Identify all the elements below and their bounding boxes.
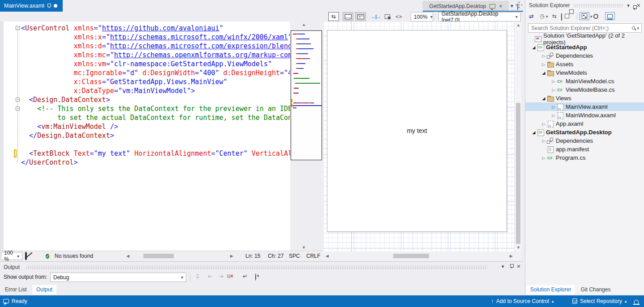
- feedback-button[interactable]: Ready: [3, 295, 27, 307]
- split-orientation-button[interactable]: ←|→: [370, 12, 381, 21]
- jump-to-output-icon[interactable]: ↧: [195, 273, 200, 280]
- code-line[interactable]: mc:Ignorable="d" d:DesignWidth="400" d:D…: [21, 68, 290, 77]
- scrollbar-minimap[interactable]: [291, 30, 322, 160]
- code-line[interactable]: xmlns:vm="clr-namespace:GetStartedApp.Vi…: [21, 60, 290, 68]
- expander-icon[interactable]: ▷: [550, 113, 557, 118]
- window-position-icon[interactable]: ▾: [502, 264, 504, 269]
- expander-icon[interactable]: ◢: [541, 71, 547, 75]
- expander-icon[interactable]: ▷: [550, 88, 557, 92]
- pane-drag-texture[interactable]: [26, 265, 487, 269]
- expander-icon[interactable]: ◢: [531, 45, 537, 50]
- panel-tab[interactable]: Git Changes: [577, 285, 615, 294]
- expander-icon[interactable]: ▷: [550, 79, 557, 84]
- scroll-down-icon[interactable]: ▼: [516, 245, 520, 250]
- tree-item[interactable]: app.manifest: [525, 145, 644, 154]
- sync-with-active-document-icon[interactable]: ⇆: [552, 13, 557, 19]
- preview-zoom-select[interactable]: 100% ▾: [411, 12, 433, 21]
- fold-collapse-icon[interactable]: [16, 98, 20, 102]
- code-line[interactable]: x:Class="GetStartedApp.Views.MainView": [21, 77, 290, 86]
- tab-getstartedapp-desktop[interactable]: GetStartedApp.Desktop ×: [423, 1, 509, 11]
- output-source-select[interactable]: Debug ▾: [50, 273, 186, 282]
- code-view-button[interactable]: <>: [394, 12, 404, 21]
- spaces-indicator[interactable]: SPC: [289, 253, 300, 259]
- scroll-left-icon[interactable]: ◀: [126, 254, 129, 258]
- expander-icon[interactable]: ▷: [541, 62, 547, 67]
- expander-icon[interactable]: ▷: [541, 156, 547, 160]
- chevron-down-icon[interactable]: ▾: [511, 3, 513, 9]
- tab-mainview-axaml[interactable]: MainView.axaml: [0, 0, 63, 12]
- close-icon[interactable]: ×: [499, 3, 502, 9]
- tree-item[interactable]: ◢ ViewModels: [525, 68, 644, 77]
- tree-item[interactable]: ▷ App.axaml: [525, 119, 644, 128]
- select-repository-button[interactable]: Select Repository ▴: [572, 295, 627, 307]
- next-message-icon[interactable]: ⇥: [219, 273, 223, 280]
- editor-zoom-select[interactable]: 100 % ▾: [1, 252, 22, 260]
- notifications-button[interactable]: [634, 295, 639, 307]
- tree-item[interactable]: ▷ Program.cs: [525, 154, 644, 162]
- collapse-all-icon[interactable]: [561, 14, 562, 20]
- window-position-icon[interactable]: ▾: [627, 3, 630, 9]
- chevron-down-icon[interactable]: ▾: [637, 26, 639, 30]
- gear-icon[interactable]: [517, 4, 518, 10]
- interaction-disabled-icon[interactable]: [25, 253, 27, 259]
- pending-changes-filter-icon[interactable]: ◷: [540, 13, 544, 19]
- scrollbar-thumb[interactable]: [143, 254, 174, 258]
- scroll-up-icon[interactable]: ▲: [516, 23, 520, 27]
- vertical-split-button[interactable]: [355, 12, 366, 21]
- issues-status[interactable]: No issues found: [55, 253, 93, 259]
- expander-icon[interactable]: ◢: [531, 130, 537, 135]
- fold-collapse-icon[interactable]: [16, 26, 20, 30]
- code-line[interactable]: </Design.DataContext>: [21, 131, 290, 140]
- code-line[interactable]: xmlns:mc="http://schemas.openxmlformats.…: [21, 51, 290, 60]
- panel-tab[interactable]: Solution Explorer: [526, 285, 575, 294]
- code-line[interactable]: <vm:MainViewModel />: [21, 122, 290, 131]
- tree-item[interactable]: ◢ GetStartedApp.Desktop: [525, 128, 644, 136]
- tree-item[interactable]: ▷ MainView.axaml: [525, 102, 644, 111]
- tree-item[interactable]: ▷ Dependencies: [525, 136, 644, 145]
- scroll-up-icon[interactable]: ▲: [302, 22, 306, 27]
- expander-icon[interactable]: ▷: [541, 122, 547, 126]
- tree-item[interactable]: ▷ ViewModelBase.cs: [525, 85, 644, 94]
- scrollbar-thumb[interactable]: [393, 254, 429, 258]
- expander-icon[interactable]: ◢: [541, 96, 547, 101]
- line-indicator[interactable]: Ln: 15: [245, 253, 260, 259]
- expander-icon[interactable]: ▷: [541, 54, 547, 58]
- code-line[interactable]: x:DataType="vm:MainViewModel">: [21, 86, 290, 95]
- add-to-source-control-button[interactable]: ↑ Add to Source Control ▴: [491, 295, 554, 307]
- code-line[interactable]: <!-- This only sets the DataContext for …: [21, 104, 290, 113]
- tree-item[interactable]: ▷ Assets: [525, 60, 644, 68]
- code-line[interactable]: xmlns:d="http://schemas.microsoft.com/ex…: [21, 42, 290, 51]
- search-icon[interactable]: [632, 26, 635, 30]
- scroll-left-icon[interactable]: ◀: [326, 254, 329, 258]
- timestamp-icon[interactable]: [255, 274, 256, 280]
- column-indicator[interactable]: Ch: 27: [268, 253, 283, 259]
- code-line[interactable]: <TextBlock Text="my text" HorizontalAlig…: [21, 149, 290, 158]
- tree-item[interactable]: ▷ MainWindow.axaml: [525, 111, 644, 119]
- switch-views-icon[interactable]: ⇄: [529, 13, 534, 20]
- scrollbar-thumb[interactable]: [516, 103, 520, 244]
- code-line[interactable]: xmlns:x="http://schemas.microsoft.com/wi…: [21, 33, 290, 42]
- close-icon[interactable]: ×: [517, 263, 520, 270]
- scroll-right-icon[interactable]: ▶: [230, 254, 233, 258]
- expander-icon[interactable]: ▷: [550, 105, 557, 109]
- chevron-down-icon[interactable]: ▾: [546, 14, 548, 19]
- editor-scrollbar-strip[interactable]: ▲ ▼: [290, 21, 323, 251]
- chevron-down-icon[interactable]: ▾: [590, 14, 592, 19]
- pane-tab[interactable]: Output: [32, 285, 56, 294]
- tree-item[interactable]: ◢ Views: [525, 94, 644, 102]
- preview-vertical-scrollbar[interactable]: ▲ ▼: [514, 21, 521, 252]
- tree-item[interactable]: Solution 'GetStartedApp' (2 of 2 project…: [525, 34, 644, 43]
- previous-message-icon[interactable]: ⇤: [208, 273, 213, 280]
- word-wrap-icon[interactable]: ↵: [243, 273, 248, 280]
- scroll-down-icon[interactable]: ▼: [302, 245, 306, 250]
- show-all-files-toggle[interactable]: [580, 12, 589, 20]
- code-line[interactable]: <UserControl xmlns="https://github.com/a…: [21, 24, 290, 33]
- target-framework-select[interactable]: GetStartedApp.Desktop [net7.0] ▾: [438, 12, 521, 21]
- pin-icon[interactable]: [47, 4, 51, 8]
- code-editor[interactable]: <UserControl xmlns="https://github.com/a…: [4, 21, 290, 251]
- pane-drag-texture[interactable]: [573, 4, 623, 7]
- search-input[interactable]: [528, 25, 632, 31]
- code-lines[interactable]: <UserControl xmlns="https://github.com/a…: [21, 24, 290, 171]
- preview-canvas[interactable]: my text: [327, 30, 507, 232]
- fold-collapse-icon[interactable]: [16, 107, 20, 111]
